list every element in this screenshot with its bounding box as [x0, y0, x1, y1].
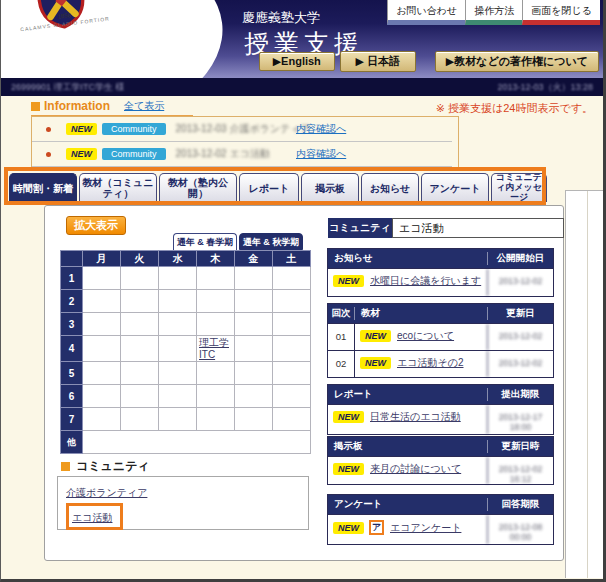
other-header: 他 [61, 431, 83, 454]
timetable-other-row: 他 [61, 431, 311, 454]
board-date-header: 更新日時 [487, 440, 553, 453]
material-item-link[interactable]: ecoについて [397, 329, 454, 343]
board-item-date: 2013-12-02 16:12 [487, 457, 553, 484]
timetable-cell [121, 408, 159, 431]
confirm-content-link[interactable]: 内容確認へ [296, 147, 346, 161]
report-table-header: レポート 提出期限 [328, 385, 553, 404]
tab-news[interactable]: お知らせ [361, 173, 419, 202]
material-item-date: 2013-12-02 [487, 324, 553, 350]
tab-board[interactable]: 掲示板 [301, 173, 359, 202]
timetable-cell [159, 362, 197, 385]
japanese-button[interactable]: ▶ 日本語 [340, 51, 416, 72]
material-item-date: 2013-12-02 [487, 351, 553, 377]
timetable-cell [273, 267, 311, 290]
information-heading: Information 全て表示 [31, 99, 193, 116]
timetable-row: 6 [61, 385, 311, 408]
24h-notice: ※ 授業支援は24時間表示です。 [436, 101, 593, 116]
page-edge-divider [587, 191, 588, 578]
app-header: Keio University 1858 CALAMVS GLADIO FORT… [1, 0, 603, 78]
timetable-cell [235, 385, 273, 408]
materials-no-header: 回次 [328, 307, 355, 320]
period-header: 3 [61, 313, 83, 336]
report-item-link[interactable]: 日常生活のエコ活動 [370, 410, 461, 424]
community-link-kaigo[interactable]: 介護ボランティア [66, 486, 147, 500]
english-button[interactable]: ▶English [259, 52, 335, 71]
timetable-cell [197, 362, 235, 385]
community-link-eco[interactable]: エコ活動 [72, 511, 112, 525]
timetable-cell [273, 385, 311, 408]
survey-table-header: アンケート 回答期限 [328, 495, 553, 514]
keio-logo: Keio University 1858 CALAMVS GLADIO FORT… [1, 0, 233, 78]
timetable: 月 火 水 木 金 土 1 2 3 4 [60, 250, 311, 454]
contact-button[interactable]: お問い合わせ [387, 0, 465, 25]
language-buttons: ▶English ▶ 日本語 ▶教材などの著作権について [254, 51, 599, 72]
timetable-cell [235, 267, 273, 290]
course-link[interactable]: 理工学 [199, 337, 232, 349]
tab-materials-public[interactable]: 教材（塾内公開） [159, 173, 237, 202]
materials-row-no: 01 [328, 324, 355, 350]
timetable-cell [273, 336, 311, 362]
new-badge: NEW [333, 463, 364, 475]
material-item-link[interactable]: エコ活動その2 [397, 356, 464, 370]
timetable-cell [83, 385, 121, 408]
community-field-value: エコ活動 [392, 218, 564, 238]
timetable-other-cell [83, 431, 311, 454]
period-header: 4 [61, 336, 83, 362]
news-date-header: 公開開始日 [487, 252, 553, 265]
confirm-content-link[interactable]: 内容確認へ [296, 122, 346, 136]
materials-table: 回次 教材 更新日 01 NEW ecoについて 2013-12-02 02 N… [327, 303, 554, 378]
timetable-cell [83, 290, 121, 313]
course-link[interactable]: ITC [199, 349, 232, 361]
timetable-cell [197, 290, 235, 313]
timetable-cell [121, 313, 159, 336]
community-link-highlight-annotation: エコ活動 [66, 503, 123, 530]
tab-fall-semester[interactable]: 通年 & 秋学期 [239, 233, 303, 250]
information-item-text: 2013-12-03 介護ボランティア [176, 122, 311, 136]
help-button[interactable]: 操作方法 [465, 0, 522, 25]
news-row: NEW 水曜日に会議を行います 2013-12-02 [328, 268, 553, 296]
timetable-header-row: 月 火 水 木 金 土 [61, 251, 311, 267]
tab-timetable-new[interactable]: 時間割・新着 [9, 173, 77, 202]
materials-date-header: 更新日 [487, 307, 553, 320]
board-item-link[interactable]: 来月の討論について [370, 462, 461, 476]
survey-item-link[interactable]: エコアンケート [390, 521, 461, 535]
timetable-cell [83, 313, 121, 336]
timetable-cell [235, 408, 273, 431]
timetable-cell [235, 290, 273, 313]
survey-answer-icon: ア [369, 520, 384, 535]
show-all-link[interactable]: 全て表示 [124, 99, 164, 113]
timetable-cell [273, 313, 311, 336]
tab-survey[interactable]: アンケート [421, 173, 489, 202]
survey-date-header: 回答期限 [487, 498, 553, 511]
tab-community-message[interactable]: コミュニティ内メッセージ [491, 173, 547, 202]
report-date-header: 提出期限 [487, 388, 553, 401]
period-header: 7 [61, 408, 83, 431]
timetable-row: 2 [61, 290, 311, 313]
timetable-cell [159, 385, 197, 408]
timetable-row: 1 [61, 267, 311, 290]
new-badge: NEW [66, 123, 97, 135]
materials-table-header: 回次 教材 更新日 [328, 304, 553, 323]
tab-spring-semester[interactable]: 通年 & 春学期 [173, 233, 237, 250]
materials-title-header: 教材 [355, 307, 487, 320]
new-badge: NEW [66, 148, 97, 160]
tab-report[interactable]: レポート [239, 173, 299, 202]
copyright-button[interactable]: ▶教材などの著作権について [435, 51, 599, 72]
timetable-cell [235, 336, 273, 362]
timetable-cell [197, 267, 235, 290]
day-header: 木 [197, 251, 235, 267]
tab-materials-community[interactable]: 教材（コミュニティ） [79, 173, 157, 202]
report-table: レポート 提出期限 NEW 日常生活のエコ活動 2013-12-17 18:00 [327, 384, 554, 435]
close-window-button[interactable]: 画面を閉じる [522, 0, 600, 25]
enlarge-view-button[interactable]: 拡大表示 [66, 216, 126, 235]
report-row: NEW 日常生活のエコ活動 2013-12-17 18:00 [328, 404, 553, 434]
timetable-cell [197, 313, 235, 336]
main-tab-bar: 時間割・新着 教材（コミュニティ） 教材（塾内公開） レポート 掲示板 お知らせ… [9, 173, 547, 202]
community-badge: Community [102, 123, 166, 135]
news-item-link[interactable]: 水曜日に会議を行います [370, 274, 481, 288]
timetable-cell [121, 290, 159, 313]
timetable-row: 3 [61, 313, 311, 336]
timetable-cell [159, 267, 197, 290]
timetable-row: 4 理工学 ITC [61, 336, 311, 362]
news-title-header: お知らせ [328, 252, 487, 265]
